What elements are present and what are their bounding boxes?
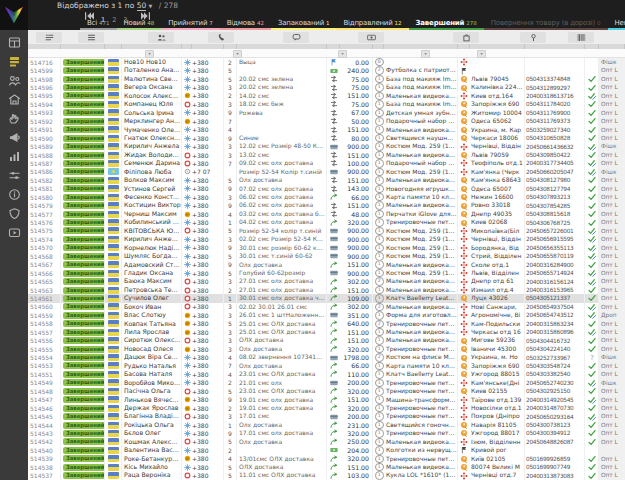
order-row[interactable]: 514574ЗавершенийКирилич Анжела On+380302… — [28, 235, 625, 243]
product-name: Маленькая видеокамера SQ8 * — [384, 438, 458, 446]
order-row[interactable]: 514566ЗавершенийГладик Оксана+3805Голуби… — [28, 269, 625, 277]
sidebar-item-dashboard[interactable] — [0, 33, 28, 52]
filter-dropdown-1[interactable]: ▾ — [145, 50, 154, 58]
order-row[interactable]: 514579ЗавершенийКостицин Виктор+380906.0… — [28, 201, 625, 209]
order-row[interactable]: 514558ЗавершенийКовпак Татьяна+380525.01… — [28, 320, 625, 328]
order-row[interactable]: 514716ЗавершенийНов10 Нов10+3802Выца0.00… — [28, 58, 625, 66]
status-tab-7[interactable]: Завершений278 — [409, 19, 484, 30]
sidebar-item-info[interactable] — [0, 185, 28, 204]
order-row[interactable]: 514586ЗавершенийФіліпова Люба+7 07Розмір… — [28, 168, 625, 176]
order-row[interactable]: 514570ЗавершенийКорнелюк Надія Та+380930… — [28, 244, 625, 252]
order-row[interactable]: 514542ЗавершенийКошмак Александр+3805Олх… — [28, 438, 625, 446]
order-row[interactable]: 514560ЗавершенийБокоч Иван+380302.02 30.… — [28, 303, 625, 311]
order-row[interactable]: 514592ЗавершенийМерклингер Андрей+380750… — [28, 117, 625, 125]
check-icon — [588, 185, 596, 193]
ukraine-flag-icon — [108, 371, 119, 378]
order-row[interactable]: 514556ЗавершенийСиротюк Олександр+3803ОЛ… — [28, 336, 625, 344]
order-row[interactable]: 514543ЗавершенийБєлов Олег+380917.01 смс… — [28, 429, 625, 437]
column-header-users[interactable] — [148, 32, 174, 43]
order-row[interactable]: 514553ЗавершенийРудько Наталья+3807Олх д… — [28, 362, 625, 370]
sidebar-item-shield[interactable] — [0, 204, 28, 223]
column-header-phone[interactable] — [208, 32, 234, 43]
order-row[interactable]: 514593ЗавершенийСольська Ірина+3809Рожев… — [28, 109, 625, 117]
order-row[interactable]: 514561ЗавершенийСучилов Олег+380130.01 с… — [28, 294, 625, 302]
product-name: Маленькая видеокамера SQ8 * — [384, 286, 458, 294]
sidebar-item-store[interactable] — [0, 90, 28, 109]
column-header-pin[interactable] — [520, 32, 546, 43]
order-row[interactable]: 514538ЗавершенийКісь Михайло+3805ОЛХ дос… — [28, 463, 625, 471]
column-header-clipboard[interactable] — [36, 32, 62, 43]
order-row[interactable]: 514563ЗавершенийПетровська Тетяна+380227… — [28, 286, 625, 294]
order-row[interactable]: 514554ЗавершенийДацюк Віра Сергіївна+380… — [28, 353, 625, 361]
order-row[interactable]: 514590ЗавершенийГнатюк Олексндр+3809Сини… — [28, 134, 625, 142]
order-row[interactable]: 514576ЗавершенийКобилинський Юрий+380104… — [28, 218, 625, 226]
page-size-dropdown[interactable]: 50 — [137, 1, 147, 11]
sidebar-item-video[interactable] — [0, 223, 28, 242]
confirmation — [585, 311, 599, 319]
order-row[interactable]: 514594ЗавершенийКомпанец Юля+380318.02 с… — [28, 100, 625, 108]
column-header-banknote[interactable] — [358, 32, 384, 43]
column-header-barcode[interactable] — [568, 32, 594, 43]
status-tab-5[interactable]: Запакований1 — [271, 19, 337, 30]
order-row[interactable]: 514588ЗавершенийЖидак Володимир+380313.0… — [28, 151, 625, 159]
order-row[interactable]: 514599ЗавершенийПоталенко Анастас+380524… — [28, 66, 625, 74]
order-row[interactable]: 514591ЗавершенийЧумаченко Олена+3804151.… — [28, 126, 625, 134]
order-row[interactable]: 514589ЗавершенийКирилич Анжела+380312.02… — [28, 142, 625, 150]
filter-dropdown-4[interactable]: ▾ — [421, 50, 430, 58]
flag-payment-icon — [330, 58, 338, 66]
order-row[interactable]: 514545ЗавершенийБлагінна Владіслава+3803… — [28, 412, 625, 420]
sidebar-item-sliders[interactable] — [0, 166, 28, 185]
order-row[interactable]: 514559ЗавершенийВлас Слотюу+380326.01 см… — [28, 311, 625, 319]
order-row[interactable]: 514548ЗавершенийПасічна Ольга+380523.01 … — [28, 387, 625, 395]
order-row[interactable]: 514582ЗавершенийВолков Максим+3805Олх до… — [28, 176, 625, 184]
sidebar-item-clients[interactable] — [0, 71, 28, 90]
order-row[interactable]: 514598ЗавершенийМалютина Светлана+380520… — [28, 75, 625, 83]
filter-dropdown-5[interactable]: ▾ — [477, 50, 486, 58]
order-row[interactable]: 514596ЗавершенийВегера Оксана+380320.02 … — [28, 83, 625, 91]
order-row[interactable]: 514539ЗавершенийРоке-Бетанкурт Лін+38041… — [28, 455, 625, 463]
column-header-bag[interactable] — [453, 32, 479, 43]
sidebar-item-megaphone[interactable] — [0, 128, 28, 147]
sidebar-item-stats[interactable] — [0, 147, 28, 166]
order-row[interactable]: 514580ЗавершенийФесенко Константин+38030… — [28, 193, 625, 201]
order-row[interactable]: 514577ЗавершенийЧерниш Максим+380403.02 … — [28, 210, 625, 218]
payment-type — [327, 438, 340, 446]
items-count: 2 — [373, 303, 384, 311]
filter-dropdown-3[interactable]: ▾ — [338, 50, 347, 58]
sidebar-item-hand[interactable] — [0, 109, 28, 128]
filter-dropdown-2[interactable]: ▾ — [233, 50, 242, 58]
order-row[interactable]: 514555ЗавершенийНовосад Олеся+3803Олх до… — [28, 345, 625, 353]
order-row[interactable]: 514575ЗавершенийКВІТОВСЬКА ЮЛІЯ+3805Розм… — [28, 227, 625, 235]
column-header-list[interactable] — [78, 32, 104, 43]
status-tab-2[interactable]: Новий48 — [117, 19, 162, 30]
phone-status — [182, 429, 192, 437]
order-row[interactable]: 514565ЗавершенийБаюка Максим+380327.01 с… — [28, 277, 625, 285]
status-tab-9[interactable]: Нема в наявності1 — [608, 19, 625, 30]
order-row[interactable]: 514568ЗавершенийШумляс Богдана Ан+380530… — [28, 252, 625, 260]
voicemail-icon — [184, 329, 191, 336]
order-row[interactable]: 514581ЗавершенийУстинов Сергей+380907.02… — [28, 185, 625, 193]
status-tab-4[interactable]: Відмова42 — [220, 19, 271, 30]
order-row[interactable]: 514547ЗавершенийЛиньков Вячеслав+380919.… — [28, 396, 625, 404]
column-header-chat[interactable] — [283, 32, 309, 43]
order-row[interactable]: 514595ЗавершенийКолосок Александр+380214… — [28, 92, 625, 100]
order-row[interactable]: 514549ЗавершенийВоробйов Микола+380221.0… — [28, 379, 625, 387]
confirmation — [585, 66, 599, 74]
status-tab-6[interactable]: Відправлений12 — [336, 19, 408, 30]
status-tab-3[interactable]: Прийнятий7 — [161, 19, 219, 30]
order-row[interactable]: 514540ЗавершенийВалентина Василье+380220… — [28, 446, 625, 454]
sidebar-item-orders[interactable] — [0, 52, 28, 71]
order-row[interactable]: 514587ЗавершенийСеменюк Дарина+380709.02… — [28, 159, 625, 167]
order-row[interactable]: 514546ЗавершенийДержак Ярослав+380219.01… — [28, 404, 625, 412]
delivery-city: Кам-Подильски — [470, 320, 525, 328]
status-tab-1[interactable]: Всі471 — [80, 19, 117, 30]
order-row[interactable]: 514567ЗавершенийАдамовский Станис+3809Ол… — [28, 261, 625, 269]
status-cell: Завершений — [61, 227, 105, 235]
phone-number: +380 — [192, 412, 224, 420]
order-row[interactable]: 514551ЗавершенийБасова Наталя+380423.01 … — [28, 370, 625, 378]
status-tab-8[interactable]: Повернення товару (в дорозі)0 — [484, 19, 608, 30]
order-row[interactable]: 514537ЗавершенийРаца Вероніка+380511.01 … — [28, 471, 625, 479]
order-row[interactable]: 514544ЗавершенийРокіцька Ольга+3801Олх д… — [28, 421, 625, 429]
items-count: 1 — [373, 75, 384, 83]
order-row[interactable]: 514557ЗавершенийЛила Ярослав+380325.01 с… — [28, 328, 625, 336]
